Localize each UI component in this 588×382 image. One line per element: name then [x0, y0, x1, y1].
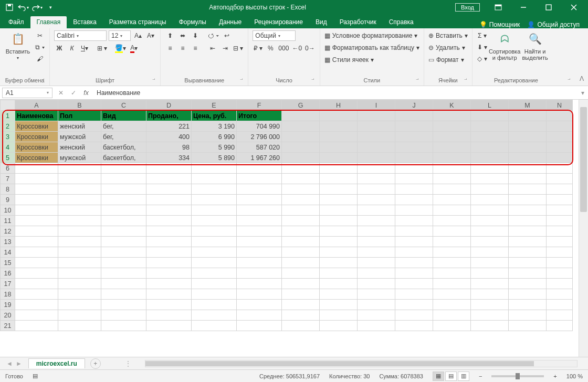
- cell[interactable]: [547, 247, 573, 258]
- cell[interactable]: [282, 258, 320, 268]
- cell[interactable]: [358, 142, 395, 153]
- cell[interactable]: Кроссовки: [15, 153, 58, 163]
- cell[interactable]: [282, 174, 320, 184]
- cell[interactable]: [433, 300, 471, 310]
- decrease-decimal-icon[interactable]: 0→: [304, 43, 316, 54]
- cell[interactable]: [320, 142, 358, 153]
- cell[interactable]: [282, 205, 320, 216]
- undo-icon[interactable]: ▾: [17, 1, 29, 14]
- cell[interactable]: [547, 258, 573, 268]
- cell[interactable]: [547, 321, 573, 331]
- bold-button[interactable]: Ж: [54, 43, 65, 54]
- cell[interactable]: Кроссовки: [15, 121, 58, 132]
- format-painter-icon[interactable]: 🖌: [35, 54, 45, 64]
- cell[interactable]: [358, 132, 395, 142]
- orientation-icon[interactable]: ⭯ ▾: [207, 30, 219, 41]
- cancel-formula-icon[interactable]: ✕: [55, 88, 67, 98]
- cell[interactable]: [282, 142, 320, 153]
- cell[interactable]: [395, 279, 433, 289]
- cell[interactable]: [509, 153, 547, 163]
- cell[interactable]: Вид: [101, 111, 146, 121]
- indent-decrease-icon[interactable]: ⇤: [207, 43, 218, 54]
- comma-icon[interactable]: 000: [278, 43, 289, 54]
- cell[interactable]: [320, 111, 358, 121]
- minimize-icon[interactable]: [511, 0, 536, 15]
- cell[interactable]: [237, 279, 282, 289]
- vertical-scrollbar[interactable]: [579, 100, 588, 357]
- cell[interactable]: [101, 321, 146, 331]
- cell[interactable]: [282, 237, 320, 247]
- cell[interactable]: [146, 184, 192, 195]
- cell[interactable]: [509, 258, 547, 268]
- cell[interactable]: [282, 111, 320, 121]
- cell[interactable]: [15, 279, 58, 289]
- column-header[interactable]: I: [358, 100, 395, 111]
- number-format-combo[interactable]: Общий▾: [253, 30, 296, 41]
- row-header[interactable]: 3: [1, 132, 15, 142]
- cell[interactable]: 6 990: [192, 132, 237, 142]
- cell[interactable]: [547, 310, 573, 321]
- cell[interactable]: [433, 132, 471, 142]
- row-header[interactable]: 5: [1, 153, 15, 163]
- cell[interactable]: [58, 247, 101, 258]
- cell[interactable]: [101, 163, 146, 174]
- cell[interactable]: [101, 205, 146, 216]
- cell[interactable]: мужской: [58, 153, 101, 163]
- cell[interactable]: [58, 279, 101, 289]
- row-header[interactable]: 16: [1, 268, 15, 279]
- cell[interactable]: [509, 289, 547, 300]
- cell[interactable]: [395, 174, 433, 184]
- cell[interactable]: [395, 321, 433, 331]
- cell[interactable]: [237, 247, 282, 258]
- cell[interactable]: [395, 289, 433, 300]
- cell[interactable]: бег,: [101, 132, 146, 142]
- cell[interactable]: [237, 321, 282, 331]
- cell[interactable]: [101, 174, 146, 184]
- cell[interactable]: [58, 195, 101, 205]
- borders-icon[interactable]: ⊞ ▾: [97, 43, 108, 54]
- cell[interactable]: [433, 279, 471, 289]
- cell[interactable]: [395, 163, 433, 174]
- qat-customize-icon[interactable]: ▾: [44, 1, 57, 14]
- tab-split-icon[interactable]: ⋮: [122, 360, 134, 367]
- cell[interactable]: [395, 205, 433, 216]
- cell[interactable]: 704 990: [237, 121, 282, 132]
- align-left-icon[interactable]: ≡: [165, 43, 175, 54]
- paste-button[interactable]: 📋 Вставить ▾: [4, 30, 32, 60]
- cell[interactable]: [471, 300, 509, 310]
- cell[interactable]: [433, 153, 471, 163]
- cell[interactable]: [358, 321, 395, 331]
- column-header[interactable]: B: [58, 100, 101, 111]
- cell[interactable]: 334: [146, 153, 192, 163]
- cell[interactable]: [547, 132, 573, 142]
- cell[interactable]: [547, 174, 573, 184]
- cell[interactable]: бег,: [101, 121, 146, 132]
- cell[interactable]: [320, 258, 358, 268]
- cell[interactable]: [15, 237, 58, 247]
- cell[interactable]: [547, 300, 573, 310]
- zoom-slider[interactable]: [491, 375, 544, 377]
- horizontal-scrollbar[interactable]: [145, 360, 578, 367]
- cell[interactable]: [471, 310, 509, 321]
- copy-icon[interactable]: ⧉ ▾: [35, 42, 45, 52]
- italic-button[interactable]: К: [67, 43, 77, 54]
- cell[interactable]: [471, 142, 509, 153]
- cell[interactable]: [237, 216, 282, 226]
- cell[interactable]: [358, 268, 395, 279]
- cell[interactable]: [101, 279, 146, 289]
- cell[interactable]: [58, 237, 101, 247]
- cell[interactable]: [547, 205, 573, 216]
- align-top-icon[interactable]: ⬆: [165, 30, 175, 41]
- redo-icon[interactable]: ▾: [30, 1, 43, 14]
- cell[interactable]: [320, 310, 358, 321]
- cell[interactable]: [58, 321, 101, 331]
- cell[interactable]: [358, 258, 395, 268]
- align-bottom-icon[interactable]: ⬇: [190, 30, 201, 41]
- cell[interactable]: [146, 279, 192, 289]
- sheet-nav-prev-icon[interactable]: ◄: [6, 360, 13, 367]
- select-all-corner[interactable]: [1, 100, 15, 111]
- cell[interactable]: [146, 216, 192, 226]
- cell[interactable]: [509, 279, 547, 289]
- cell[interactable]: [237, 226, 282, 237]
- cell[interactable]: [547, 268, 573, 279]
